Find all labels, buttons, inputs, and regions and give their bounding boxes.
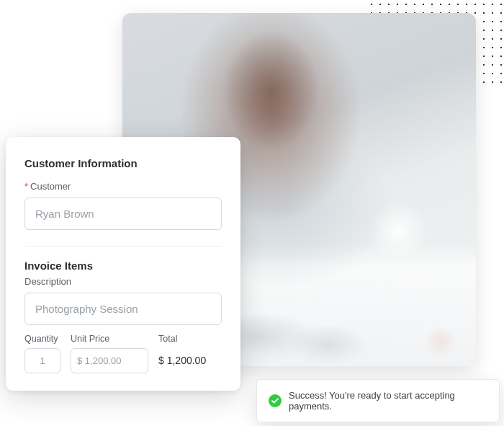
customer-info-heading: Customer Information bbox=[24, 157, 222, 169]
invoice-form-card: Customer Information *Customer Invoice I… bbox=[6, 137, 240, 391]
description-label: Description bbox=[24, 276, 222, 287]
invoice-items-heading: Invoice Items bbox=[24, 259, 222, 272]
section-divider bbox=[24, 246, 222, 247]
toast-message: Success! You're ready to start accepting… bbox=[289, 390, 487, 412]
unit-price-input[interactable] bbox=[71, 348, 148, 373]
customer-field-label: *Customer bbox=[24, 181, 222, 192]
quantity-label: Quantity bbox=[24, 334, 60, 344]
success-check-icon bbox=[269, 394, 282, 407]
total-value: $ 1,200.00 bbox=[158, 348, 222, 366]
customer-input[interactable] bbox=[24, 198, 222, 230]
success-toast: Success! You're ready to start accepting… bbox=[256, 379, 500, 422]
quantity-input[interactable] bbox=[24, 348, 60, 373]
description-input[interactable] bbox=[24, 293, 222, 325]
unit-price-label: Unit Price bbox=[71, 334, 148, 344]
total-label: Total bbox=[158, 334, 222, 344]
required-asterisk: * bbox=[24, 181, 28, 192]
